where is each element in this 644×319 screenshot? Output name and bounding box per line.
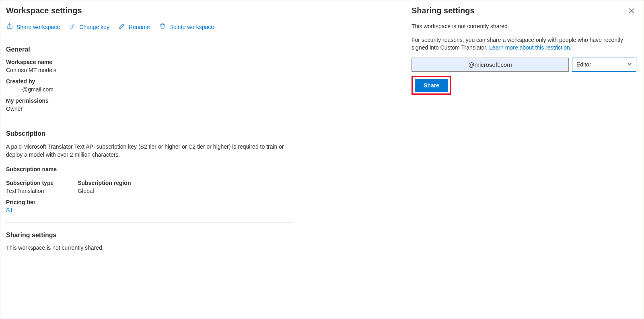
- panel-title: Sharing settings: [412, 6, 636, 15]
- chevron-down-icon: [627, 61, 632, 68]
- toolbar-label: Change key: [79, 24, 109, 30]
- share-button-highlight: Share: [412, 76, 451, 95]
- subscription-section: Subscription A paid Microsoft Translator…: [6, 130, 294, 223]
- learn-more-link[interactable]: Learn more about this restriction.: [489, 44, 572, 51]
- trash-icon: [159, 23, 166, 31]
- edit-icon: [118, 23, 126, 31]
- share-workspace-button[interactable]: Share workspace: [6, 23, 60, 31]
- change-key-button[interactable]: Change key: [69, 23, 109, 31]
- toolbar-label: Share workspace: [16, 24, 60, 30]
- subscription-region-label: Subscription region: [78, 180, 131, 186]
- panel-status: This workspace is not currently shared.: [412, 23, 636, 31]
- share-role-select[interactable]: Editor: [572, 58, 636, 72]
- section-heading: General: [6, 46, 294, 53]
- permissions-value: Owner: [6, 106, 294, 112]
- workspace-name-label: Workspace name: [6, 59, 294, 65]
- general-section: General Workspace name Contoso MT models…: [6, 46, 294, 121]
- pricing-tier-label: Pricing tier: [6, 199, 294, 205]
- share-email-input[interactable]: [412, 58, 569, 72]
- panel-security-text: For security reasons, you can share a wo…: [412, 36, 636, 52]
- share-form-row: Editor: [412, 58, 636, 72]
- permissions-label: My permissions: [6, 97, 294, 104]
- toolbar-label: Rename: [129, 24, 150, 30]
- close-icon: [628, 9, 635, 15]
- subscription-name-label: Subscription name: [6, 166, 294, 172]
- sharing-status: This workspace is not currently shared.: [6, 244, 294, 251]
- section-heading: Sharing settings: [6, 232, 294, 239]
- pricing-tier-value: S1: [6, 207, 294, 213]
- share-button[interactable]: Share: [415, 79, 448, 92]
- created-by-label: Created by: [6, 78, 294, 85]
- subscription-type-value: TextTranslation: [6, 188, 53, 194]
- rename-button[interactable]: Rename: [118, 23, 150, 31]
- created-by-value: @gmail.com: [6, 86, 294, 93]
- subscription-description: A paid Microsoft Translator Text API sub…: [6, 143, 294, 159]
- sharing-section: Sharing settings This workspace is not c…: [6, 232, 294, 260]
- page-title: Workspace settings: [6, 6, 398, 15]
- svg-point-0: [70, 26, 72, 28]
- workspace-name-value: Contoso MT models: [6, 67, 294, 73]
- role-selected-label: Editor: [576, 61, 591, 68]
- share-icon: [6, 23, 13, 31]
- workspace-settings-main: Workspace settings Share workspace Chang…: [0, 0, 404, 319]
- section-heading: Subscription: [6, 130, 294, 137]
- subscription-region-value: Global: [78, 188, 131, 194]
- sharing-settings-panel: Sharing settings This workspace is not c…: [404, 0, 644, 319]
- toolbar-label: Delete workspace: [169, 24, 214, 30]
- delete-workspace-button[interactable]: Delete workspace: [159, 23, 214, 31]
- toolbar: Share workspace Change key Rename Delete…: [6, 23, 398, 37]
- key-icon: [69, 23, 76, 31]
- close-button[interactable]: [628, 8, 636, 16]
- subscription-type-label: Subscription type: [6, 180, 53, 186]
